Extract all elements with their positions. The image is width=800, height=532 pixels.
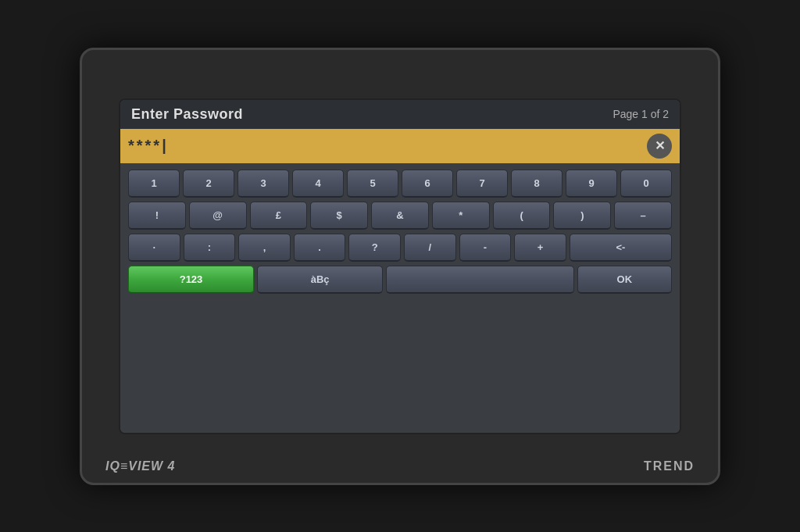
key-rparen[interactable]: ) — [553, 202, 611, 230]
device-labels: IQ≡VIEW 4 TREND — [82, 459, 718, 473]
key-4[interactable]: 4 — [292, 170, 344, 198]
key-lparen[interactable]: ( — [493, 202, 551, 230]
key-8[interactable]: 8 — [511, 170, 562, 198]
mode-numeric-button[interactable]: ?123 — [128, 266, 254, 294]
key-backspace[interactable]: <- — [570, 234, 672, 262]
key-period[interactable]: . — [294, 234, 346, 262]
key-minus[interactable]: - — [459, 234, 512, 262]
password-field[interactable]: ****| — [128, 137, 647, 155]
key-5[interactable]: 5 — [347, 170, 398, 198]
key-dash[interactable]: – — [614, 202, 672, 230]
key-plus[interactable]: + — [514, 234, 566, 262]
password-row: ****| ✕ — [120, 129, 680, 163]
keyboard: 1 2 3 4 5 6 7 8 9 0 ! @ £ $ & * ( ) – — [120, 163, 680, 433]
symbol-row: ! @ £ $ & * ( ) – — [128, 202, 672, 230]
device-model: IQ≡VIEW 4 — [105, 459, 175, 473]
key-9[interactable]: 9 — [566, 170, 617, 198]
key-3[interactable]: 3 — [238, 170, 289, 198]
key-comma[interactable]: , — [238, 234, 291, 262]
key-exclaim[interactable]: ! — [128, 202, 186, 230]
key-amp[interactable]: & — [371, 202, 429, 230]
key-question[interactable]: ? — [348, 234, 401, 262]
screen-title: Enter Password — [131, 106, 243, 123]
page-info: Page 1 of 2 — [612, 108, 669, 120]
key-0[interactable]: 0 — [620, 170, 672, 198]
action-row: ?123 àBç OK — [128, 266, 672, 294]
key-dot-center[interactable]: · — [128, 234, 180, 262]
key-dollar[interactable]: $ — [310, 202, 368, 230]
key-7[interactable]: 7 — [456, 170, 508, 198]
ok-button[interactable]: OK — [577, 266, 672, 294]
space-key[interactable] — [386, 266, 574, 294]
title-bar: Enter Password Page 1 of 2 — [120, 100, 680, 129]
device-frame: Enter Password Page 1 of 2 ****| ✕ 1 2 3… — [80, 48, 720, 485]
key-2[interactable]: 2 — [183, 170, 234, 198]
punct-row: · : , . ? / - + <- — [128, 234, 672, 262]
number-row: 1 2 3 4 5 6 7 8 9 0 — [128, 170, 672, 198]
key-slash[interactable]: / — [404, 234, 456, 262]
key-at[interactable]: @ — [189, 202, 247, 230]
screen: Enter Password Page 1 of 2 ****| ✕ 1 2 3… — [119, 98, 681, 434]
clear-button[interactable]: ✕ — [647, 134, 672, 159]
brand-name: TREND — [644, 459, 695, 473]
key-pound[interactable]: £ — [250, 202, 308, 230]
key-6[interactable]: 6 — [402, 170, 453, 198]
key-colon[interactable]: : — [184, 234, 236, 262]
mode-abc-button[interactable]: àBç — [257, 266, 383, 294]
key-star[interactable]: * — [432, 202, 490, 230]
key-1[interactable]: 1 — [128, 170, 180, 198]
